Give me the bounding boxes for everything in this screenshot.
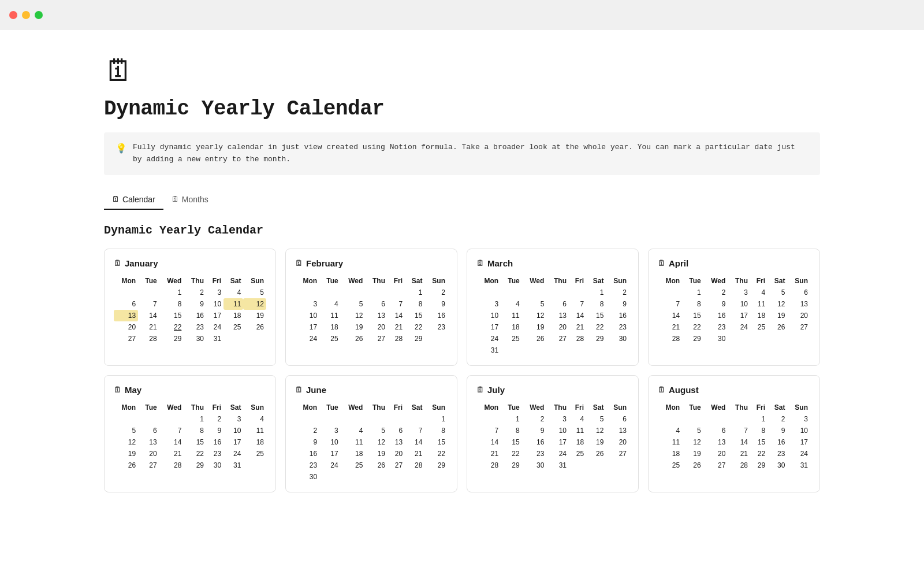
day-cell[interactable]: 1 xyxy=(586,287,606,298)
day-cell[interactable]: 7 xyxy=(658,298,682,310)
day-cell[interactable]: 14 xyxy=(728,436,750,448)
day-cell[interactable]: 6 xyxy=(388,425,405,436)
day-cell[interactable]: 30 xyxy=(767,460,787,471)
day-cell[interactable]: 15 xyxy=(405,310,424,321)
day-cell[interactable]: 15 xyxy=(586,310,606,321)
day-cell[interactable] xyxy=(388,471,405,483)
day-cell[interactable]: 16 xyxy=(767,436,787,448)
day-cell[interactable]: 8 xyxy=(184,425,206,436)
day-cell[interactable]: 25 xyxy=(658,460,682,471)
day-cell[interactable]: 31 xyxy=(476,344,501,356)
day-cell[interactable]: 9 xyxy=(184,298,206,310)
day-cell[interactable]: 20 xyxy=(138,448,159,460)
day-cell[interactable] xyxy=(546,344,569,356)
day-cell[interactable]: 26 xyxy=(522,333,547,344)
day-cell[interactable]: 25 xyxy=(501,333,522,344)
day-cell[interactable]: 1 xyxy=(750,413,767,425)
day-cell[interactable]: 21 xyxy=(405,448,424,460)
day-cell[interactable]: 17 xyxy=(476,321,501,333)
day-cell[interactable] xyxy=(114,413,138,425)
day-cell[interactable]: 13 xyxy=(365,310,388,321)
day-cell[interactable]: 11 xyxy=(341,436,366,448)
day-cell[interactable]: 22 xyxy=(586,321,606,333)
day-cell[interactable]: 25 xyxy=(569,448,586,460)
day-cell[interactable]: 3 xyxy=(295,298,319,310)
day-cell[interactable]: 14 xyxy=(138,310,159,321)
day-cell[interactable]: 19 xyxy=(682,448,703,460)
day-cell[interactable] xyxy=(223,333,243,344)
day-cell[interactable]: 16 xyxy=(184,310,206,321)
day-cell[interactable] xyxy=(405,471,424,483)
day-cell[interactable]: 15 xyxy=(424,436,448,448)
day-cell[interactable]: 24 xyxy=(546,448,569,460)
day-cell[interactable]: 1 xyxy=(424,413,448,425)
day-cell[interactable]: 24 xyxy=(223,448,243,460)
day-cell[interactable]: 18 xyxy=(319,321,341,333)
day-cell[interactable]: 8 xyxy=(586,298,606,310)
day-cell[interactable]: 26 xyxy=(341,333,366,344)
day-cell[interactable] xyxy=(405,413,424,425)
day-cell[interactable]: 21 xyxy=(138,321,159,333)
day-cell[interactable]: 10 xyxy=(546,425,569,436)
day-cell[interactable]: 28 xyxy=(569,333,586,344)
day-cell[interactable] xyxy=(606,460,629,471)
day-cell[interactable]: 21 xyxy=(658,321,682,333)
day-cell[interactable]: 6 xyxy=(365,298,388,310)
day-cell[interactable]: 13 xyxy=(546,310,569,321)
day-cell[interactable]: 10 xyxy=(319,436,341,448)
day-cell[interactable]: 30 xyxy=(206,460,223,471)
day-cell[interactable]: 18 xyxy=(750,310,767,321)
day-cell[interactable]: 12 xyxy=(586,425,606,436)
day-cell[interactable]: 11 xyxy=(569,425,586,436)
day-cell[interactable]: 11 xyxy=(223,298,243,310)
day-cell[interactable]: 30 xyxy=(606,333,629,344)
day-cell[interactable]: 23 xyxy=(767,448,787,460)
day-cell[interactable]: 12 xyxy=(365,436,388,448)
day-cell[interactable]: 2 xyxy=(522,413,547,425)
day-cell[interactable]: 5 xyxy=(365,425,388,436)
day-cell[interactable]: 28 xyxy=(159,460,184,471)
day-cell[interactable]: 13 xyxy=(388,436,405,448)
day-cell[interactable]: 17 xyxy=(728,310,750,321)
day-cell[interactable]: 29 xyxy=(501,460,522,471)
day-cell[interactable]: 27 xyxy=(365,333,388,344)
day-cell[interactable]: 21 xyxy=(569,321,586,333)
day-cell[interactable]: 2 xyxy=(606,287,629,298)
day-cell[interactable]: 5 xyxy=(243,287,266,298)
day-cell[interactable] xyxy=(138,287,159,298)
day-cell[interactable]: 4 xyxy=(569,413,586,425)
day-cell[interactable]: 13 xyxy=(114,310,138,321)
day-cell[interactable]: 25 xyxy=(341,460,366,471)
day-cell[interactable]: 8 xyxy=(405,298,424,310)
day-cell[interactable]: 13 xyxy=(606,425,629,436)
day-cell[interactable] xyxy=(243,460,266,471)
day-cell[interactable]: 17 xyxy=(319,448,341,460)
day-cell[interactable]: 25 xyxy=(750,321,767,333)
day-cell[interactable]: 24 xyxy=(787,448,810,460)
day-cell[interactable]: 15 xyxy=(159,310,184,321)
day-cell[interactable]: 1 xyxy=(682,287,703,298)
day-cell[interactable] xyxy=(703,413,728,425)
day-cell[interactable] xyxy=(365,471,388,483)
day-cell[interactable]: 16 xyxy=(206,436,223,448)
day-cell[interactable]: 23 xyxy=(295,460,319,471)
day-cell[interactable]: 18 xyxy=(243,436,266,448)
day-cell[interactable] xyxy=(365,287,388,298)
day-cell[interactable]: 11 xyxy=(750,298,767,310)
day-cell[interactable] xyxy=(728,413,750,425)
day-cell[interactable] xyxy=(341,287,366,298)
day-cell[interactable] xyxy=(388,413,405,425)
day-cell[interactable]: 6 xyxy=(787,287,810,298)
day-cell[interactable]: 2 xyxy=(184,287,206,298)
day-cell[interactable]: 21 xyxy=(476,448,501,460)
day-cell[interactable]: 19 xyxy=(114,448,138,460)
day-cell[interactable]: 19 xyxy=(243,310,266,321)
day-cell[interactable]: 27 xyxy=(787,321,810,333)
day-cell[interactable]: 4 xyxy=(319,298,341,310)
day-cell[interactable]: 26 xyxy=(767,321,787,333)
day-cell[interactable]: 5 xyxy=(682,425,703,436)
day-cell[interactable] xyxy=(546,287,569,298)
day-cell[interactable]: 31 xyxy=(546,460,569,471)
day-cell[interactable]: 10 xyxy=(787,425,810,436)
day-cell[interactable] xyxy=(569,287,586,298)
